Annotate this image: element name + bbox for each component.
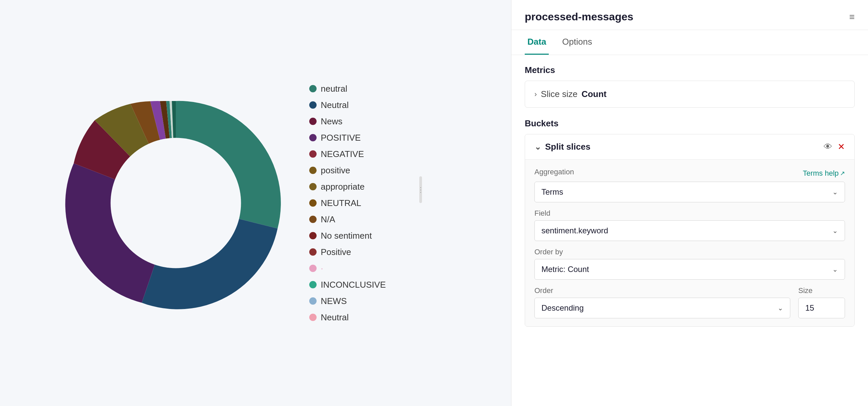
panel-divider[interactable]: ⋮ [419, 176, 422, 203]
field-label: Field [534, 209, 845, 218]
buckets-section: Buckets ⌄ Split slices 👁 ✕ [525, 119, 855, 327]
external-link-icon: ↗ [840, 170, 845, 177]
legend-item-NEGATIVE: NEGATIVE [309, 149, 385, 159]
metric-slice-size-value: Count [582, 89, 607, 99]
legend-item-pink: · [309, 263, 385, 274]
order-by-chevron-icon: ⌄ [832, 265, 838, 273]
aggregation-label: Aggregation [534, 168, 574, 176]
buckets-title: Buckets [525, 119, 855, 129]
legend-dot-NEGATIVE [309, 150, 317, 158]
legend-dot-Neutral2 [309, 314, 317, 321]
legend: neutral Neutral News POSITIVE NEGATIVE p… [309, 84, 385, 323]
size-input[interactable] [798, 298, 845, 318]
order-label: Order [534, 286, 790, 295]
legend-label-NEUTRAL: NEUTRAL [320, 198, 361, 208]
order-by-section: Order by Metric: Count ⌄ [534, 248, 845, 280]
legend-item-NEWS: NEWS [309, 296, 385, 306]
legend-item-News: News [309, 116, 385, 127]
metric-row: › Slice size Count [534, 89, 845, 99]
legend-dot-positive [309, 167, 317, 174]
aggregation-value: Terms [541, 187, 563, 197]
chart-container: neutral Neutral News POSITIVE NEGATIVE p… [62, 84, 422, 323]
panel-title: processed-messages [525, 11, 633, 23]
legend-label-positive: positive [320, 165, 350, 176]
legend-label-INCONCLUSIVE: INCONCLUSIVE [320, 280, 385, 290]
visibility-icon[interactable]: 👁 [824, 142, 832, 152]
legend-label-appropriate: appropriate [320, 182, 365, 192]
aggregation-header: Aggregation Terms help ↗ [534, 168, 845, 179]
legend-label-Neutral: Neutral [320, 100, 349, 110]
legend-dot-INCONCLUSIVE [309, 281, 317, 288]
legend-dot-NA [309, 216, 317, 223]
legend-item-INCONCLUSIVE: INCONCLUSIVE [309, 280, 385, 290]
remove-icon[interactable]: ✕ [838, 142, 845, 152]
legend-item-no-sentiment: No sentiment [309, 231, 385, 241]
legend-label-neutral: neutral [320, 84, 347, 94]
field-select[interactable]: sentiment.keyword ⌄ [534, 220, 845, 241]
legend-label-NA: N/A [320, 214, 335, 225]
tab-data[interactable]: Data [525, 30, 549, 55]
metric-chevron-icon[interactable]: › [534, 90, 537, 99]
order-select[interactable]: Descending ⌄ [534, 298, 790, 318]
legend-label-News: News [320, 116, 342, 127]
order-chevron-icon: ⌄ [778, 304, 783, 312]
field-section: Field sentiment.keyword ⌄ [534, 209, 845, 241]
panel-body: Metrics › Slice size Count Buckets ⌄ Spl… [512, 55, 868, 337]
legend-item-Positive: Positive [309, 247, 385, 257]
order-value: Descending [541, 303, 584, 313]
metrics-section: Metrics › Slice size Count [525, 65, 855, 108]
donut-hole [111, 138, 241, 268]
field-value: sentiment.keyword [541, 226, 608, 235]
legend-item-neutral: neutral [309, 84, 385, 94]
aggregation-field: Aggregation Terms help ↗ Terms ⌄ [534, 168, 845, 202]
metrics-box: › Slice size Count [525, 81, 855, 108]
legend-dot-Neutral [309, 101, 317, 109]
legend-dot-appropriate [309, 183, 317, 190]
tab-options[interactable]: Options [559, 30, 595, 55]
legend-item-NA: N/A [309, 214, 385, 225]
panel-tabs: Data Options [512, 30, 868, 55]
terms-help-text: Terms help [803, 169, 839, 178]
legend-label-Neutral2: Neutral [320, 312, 349, 323]
order-by-label: Order by [534, 248, 845, 256]
bucket-name: Split slices [545, 142, 590, 152]
panel-header: processed-messages ≡ [512, 0, 868, 30]
legend-dot-neutral [309, 85, 317, 92]
aggregation-select[interactable]: Terms ⌄ [534, 182, 845, 202]
order-by-select[interactable]: Metric: Count ⌄ [534, 259, 845, 280]
legend-dot-no-sentiment [309, 232, 317, 239]
panel-menu-icon[interactable]: ≡ [849, 12, 855, 22]
bucket-card: ⌄ Split slices 👁 ✕ Aggregation [525, 134, 855, 327]
bucket-header-left: ⌄ Split slices [534, 142, 590, 152]
legend-label-POSITIVE: POSITIVE [320, 133, 361, 143]
legend-item-POSITIVE: POSITIVE [309, 133, 385, 143]
donut-svg [62, 90, 289, 316]
legend-dot-POSITIVE [309, 134, 317, 141]
metrics-title: Metrics [525, 65, 855, 75]
legend-label-pink: · [320, 263, 323, 274]
size-col: Size [798, 286, 845, 318]
legend-label-no-sentiment: No sentiment [320, 231, 372, 241]
legend-item-Neutral2: Neutral [309, 312, 385, 323]
legend-label-Positive: Positive [320, 247, 351, 257]
order-by-value: Metric: Count [541, 265, 589, 274]
legend-label-NEWS: NEWS [320, 296, 347, 306]
legend-item-Neutral: Neutral [309, 100, 385, 110]
order-size-row: Order Descending ⌄ Size [534, 286, 845, 318]
bucket-header-icons: 👁 ✕ [824, 142, 845, 152]
legend-dot-NEUTRAL [309, 199, 317, 207]
legend-item-NEUTRAL: NEUTRAL [309, 198, 385, 208]
field-chevron-icon: ⌄ [832, 227, 838, 235]
bucket-chevron-icon[interactable]: ⌄ [534, 142, 541, 152]
legend-dot-NEWS [309, 297, 317, 305]
bucket-header: ⌄ Split slices 👁 ✕ [525, 134, 854, 160]
legend-dot-Positive [309, 248, 317, 256]
bucket-body: Aggregation Terms help ↗ Terms ⌄ [525, 160, 854, 326]
right-panel: processed-messages ≡ Data Options Metric… [511, 0, 868, 406]
legend-label-NEGATIVE: NEGATIVE [320, 149, 364, 159]
donut-chart [62, 90, 289, 316]
legend-dot-News [309, 118, 317, 125]
terms-help-link[interactable]: Terms help ↗ [803, 169, 845, 178]
metric-slice-size-label: Slice size [541, 89, 578, 99]
legend-item-positive: positive [309, 165, 385, 176]
